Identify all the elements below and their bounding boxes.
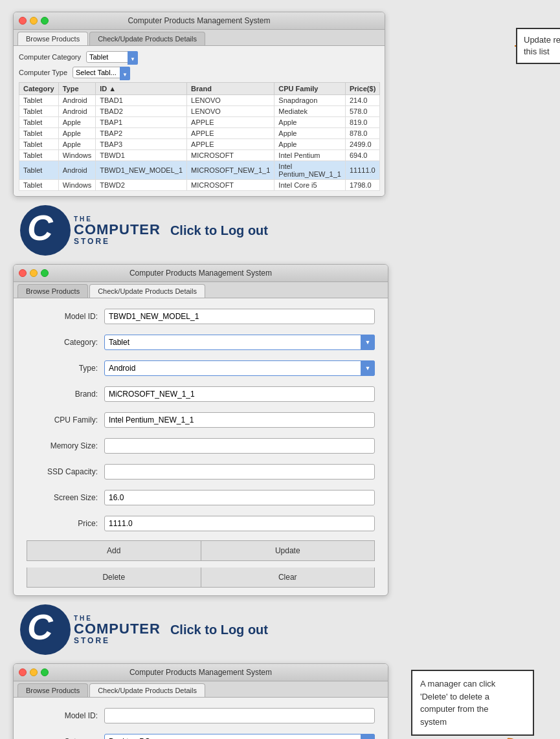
table-cell: Apple	[274, 117, 346, 128]
table-cell: Mediatek	[274, 106, 346, 117]
tab-browse-1[interactable]: Browse Products	[17, 32, 88, 45]
price-label: Price:	[27, 519, 104, 528]
category-select-2[interactable]: Tablet	[104, 335, 375, 350]
tab-bar-1: Browse Products Check/Update Products De…	[14, 30, 385, 46]
table-cell: 11111.0	[345, 161, 379, 180]
cpu-label: CPU Family:	[27, 415, 104, 425]
table-cell: Tablet	[19, 139, 59, 150]
form-row-memory: Memory Size:	[27, 436, 375, 456]
table-cell: Tablet	[19, 161, 59, 180]
memory-input[interactable]	[104, 438, 375, 454]
svg-text:C: C	[27, 607, 54, 647]
button-row-1: Add Update	[27, 540, 375, 561]
filter-row-category: Computer Category Tablet	[19, 51, 379, 63]
table-cell: MICROSOFT_NEW_1_1	[187, 161, 274, 180]
category-select-3[interactable]: Desktop PC	[104, 734, 375, 739]
traffic-lights-1	[19, 17, 49, 25]
filter-row-type: Computer Type Select Tabl...	[19, 67, 379, 78]
logout-button-1[interactable]: Click to Log out	[170, 223, 268, 238]
table-row[interactable]: TabletAppleTBAP3APPLEApple2499.0	[19, 139, 380, 150]
ssd-input[interactable]	[104, 464, 375, 480]
form-row-brand: Brand:	[27, 384, 375, 404]
add-button[interactable]: Add	[27, 540, 201, 561]
col-type: Type	[58, 83, 96, 95]
tab-check-1[interactable]: Check/Update Products Details	[89, 32, 205, 45]
close-button-2[interactable]	[19, 269, 27, 277]
tab-check-2[interactable]: Check/Update Products Details	[89, 284, 205, 298]
brand-input[interactable]	[104, 386, 375, 402]
close-button-1[interactable]	[19, 17, 27, 25]
table-row[interactable]: TabletAppleTBAP1APPLEApple819.0	[19, 117, 380, 128]
table-cell: TBAP1	[96, 117, 187, 128]
logo-section-2: C THE COMPUTER STORE Click to Log out	[0, 596, 560, 663]
window-titlebar-1: Computer Products Management System	[14, 12, 385, 30]
table-cell: 214.0	[345, 95, 379, 106]
window-3: Computer Products Management System Brow…	[13, 663, 388, 739]
table-row[interactable]: TabletAndroidTBAD2LENOVOMediatek578.0	[19, 106, 380, 117]
minimize-button-3[interactable]	[30, 668, 38, 676]
model-id-label-3: Model ID:	[27, 711, 104, 720]
annotation-1: Update reflected inthis list	[515, 45, 550, 47]
table-cell: Tablet	[19, 128, 59, 139]
svg-text:C: C	[27, 208, 54, 248]
tab-bar-2: Browse Products Check/Update Products De…	[14, 282, 388, 298]
logo-svg-1: C	[19, 204, 71, 256]
tab-browse-3[interactable]: Browse Products	[17, 683, 88, 697]
table-header-row: Category Type ID ▲ Brand CPU Family Pric…	[19, 83, 380, 95]
logo-store-2: STORE	[74, 636, 161, 645]
delete-button[interactable]: Delete	[27, 568, 201, 588]
price-input[interactable]	[104, 516, 375, 531]
category-select-wrapper: Tablet	[86, 51, 138, 63]
table-cell: TBAD1	[96, 95, 187, 106]
logo-circle-2: C	[19, 604, 71, 656]
table-cell: LENOVO	[187, 95, 274, 106]
table-row[interactable]: TabletAndroidTBWD1_NEW_MODEL_1MICROSOFT_…	[19, 161, 380, 180]
type-select-1[interactable]: Select Tabl...	[73, 67, 130, 78]
maximize-button-1[interactable]	[41, 17, 49, 25]
table-row[interactable]: TabletWindowsTBWD2MICROSOFTIntel Core i5…	[19, 180, 380, 191]
table-cell: Apple	[274, 139, 346, 150]
table-row[interactable]: TabletAndroidTBAD1LENOVOSnapdragon214.0	[19, 95, 380, 106]
model-id-input-3[interactable]	[104, 708, 375, 723]
table-cell: 694.0	[345, 150, 379, 161]
brand-label-2: Brand:	[27, 390, 104, 399]
table-row[interactable]: TabletWindowsTBWD1MICROSOFTIntel Pentium…	[19, 150, 380, 161]
logout-button-2[interactable]: Click to Log out	[170, 623, 268, 637]
table-cell: LENOVO	[187, 106, 274, 117]
table-cell: 819.0	[345, 117, 379, 128]
table-cell: TBWD1_NEW_MODEL_1	[96, 161, 187, 180]
maximize-button-3[interactable]	[41, 668, 49, 676]
update-button[interactable]: Update	[201, 540, 375, 561]
screen-input[interactable]	[104, 490, 375, 505]
tab-browse-2[interactable]: Browse Products	[17, 284, 88, 298]
tab-bar-3: Browse Products Check/Update Products De…	[14, 681, 388, 698]
table-cell: Android	[58, 95, 96, 106]
clear-button[interactable]: Clear	[201, 568, 375, 588]
form-row-ssd: SSD Capacity:	[27, 461, 375, 482]
col-cpu: CPU Family	[274, 83, 346, 95]
col-price: Price($)	[345, 83, 379, 95]
col-brand: Brand	[187, 83, 274, 95]
maximize-button-2[interactable]	[41, 269, 49, 277]
form-row-type: Type: Android ▼	[27, 358, 375, 379]
cpu-input[interactable]	[104, 412, 375, 428]
category-select-1[interactable]: Tablet	[86, 51, 138, 63]
window-title-1: Computer Products Management System	[128, 16, 270, 25]
screen-label: Screen Size:	[27, 493, 104, 502]
form-row-model-id: Model ID:	[27, 306, 375, 327]
model-id-input[interactable]	[104, 309, 375, 324]
window-body-2: Model ID: Category: Tablet ▼ Type: Andro…	[14, 298, 388, 595]
tab-check-3[interactable]: Check/Update Products Details	[89, 683, 205, 697]
type-select-2[interactable]: Android	[104, 360, 375, 376]
memory-label: Memory Size:	[27, 441, 104, 450]
table-cell: TBAD2	[96, 106, 187, 117]
close-button-3[interactable]	[19, 668, 27, 676]
minimize-button-1[interactable]	[30, 17, 38, 25]
model-id-label: Model ID:	[27, 312, 104, 321]
table-cell: Apple	[58, 139, 96, 150]
table-row[interactable]: TabletAppleTBAP2APPLEApple878.0	[19, 128, 380, 139]
window-body-3: Model ID: Category: Desktop PC ⇕ Type: G…	[14, 698, 388, 739]
table-cell: TBWD1	[96, 150, 187, 161]
category-label-2: Category:	[27, 338, 104, 347]
minimize-button-2[interactable]	[30, 269, 38, 277]
